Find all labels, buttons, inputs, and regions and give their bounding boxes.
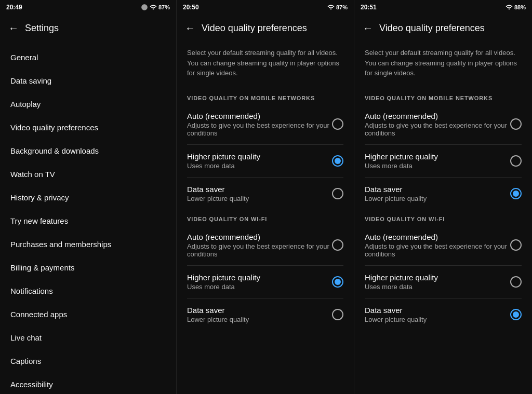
radio-inner-right-0-2 [513, 191, 519, 197]
status-bar-middle: 20:50 87% [177, 0, 354, 15]
sidebar-item-notifications[interactable]: Notifications [0, 279, 176, 303]
status-bar-left: 20:49 87% [0, 0, 176, 15]
status-time-left: 20:49 [6, 4, 22, 11]
vq-content-right: Select your default streaming quality fo… [354, 42, 532, 394]
vq-header-right: ← Video quality preferences [354, 15, 532, 42]
sidebar-item-accessibility[interactable]: Accessibility [0, 373, 176, 394]
radio-middle-0-2[interactable] [332, 188, 343, 199]
vq-option-right-1-2[interactable]: Data saverLower picture quality [365, 301, 522, 329]
vq-option-right-1-1[interactable]: Higher picture qualityUses more data [365, 268, 522, 296]
vq-label-middle-0-0: Auto (recommended) [187, 112, 332, 120]
radio-right-1-2[interactable] [510, 309, 522, 320]
radio-inner-middle-0-1 [335, 158, 341, 164]
settings-nav-list: GeneralData savingAutoplayVideo quality … [0, 42, 176, 394]
battery-left: 87% [158, 4, 170, 10]
vq-content-middle: Select your default streaming quality fo… [177, 42, 354, 394]
notification-icon [141, 4, 148, 11]
sidebar-item-purchases-and-memberships[interactable]: Purchases and memberships [0, 233, 176, 256]
vq-label-right-1-1: Higher picture quality [365, 273, 510, 282]
vq-label-right-0-1: Higher picture quality [365, 152, 510, 161]
section-title-right-1: VIDEO QUALITY ON WI-FI [365, 208, 522, 227]
sidebar-item-connected-apps[interactable]: Connected apps [0, 303, 176, 326]
vq-option-middle-1-2[interactable]: Data saverLower picture quality [187, 301, 343, 329]
sidebar-item-try-new-features[interactable]: Try new features [0, 209, 176, 233]
battery-right: 88% [514, 4, 526, 10]
divider [365, 177, 522, 178]
vq-option-middle-1-0[interactable]: Auto (recommended)Adjusts to give you th… [187, 227, 343, 263]
sidebar-item-video-quality-preferences[interactable]: Video quality preferences [0, 116, 176, 139]
sidebar-item-billing-and-payments[interactable]: Billing & payments [0, 256, 176, 279]
section-title-middle-0: VIDEO QUALITY ON MOBILE NETWORKS [187, 87, 343, 106]
sidebar-item-general[interactable]: General [0, 46, 176, 69]
sidebar-item-history-and-privacy[interactable]: History & privacy [0, 186, 176, 209]
settings-panel: 20:49 87% ← Settings GeneralData savingA… [0, 0, 177, 394]
settings-header: ← Settings [0, 15, 176, 42]
radio-middle-0-1[interactable] [332, 155, 343, 167]
back-button-left[interactable]: ← [8, 22, 19, 34]
vq-option-right-1-0[interactable]: Auto (recommended)Adjusts to give you th… [365, 227, 522, 263]
signal-icon [150, 4, 157, 11]
signal-icon-right [506, 4, 513, 11]
vq-label-right-1-2: Data saver [365, 306, 510, 315]
vq-option-middle-1-1[interactable]: Higher picture qualityUses more data [187, 268, 343, 296]
vq-label-middle-1-2: Data saver [187, 306, 332, 315]
section-title-right-0: VIDEO QUALITY ON MOBILE NETWORKS [365, 87, 522, 106]
status-bar-right: 20:51 88% [354, 0, 532, 15]
radio-middle-1-2[interactable] [332, 309, 343, 320]
status-icons-middle: 87% [327, 4, 348, 11]
vq-sub-middle-1-0: Adjusts to give you the best experience … [187, 242, 332, 258]
radio-middle-1-0[interactable] [332, 239, 343, 251]
vq-sub-middle-1-1: Uses more data [187, 283, 332, 291]
radio-right-0-0[interactable] [510, 118, 522, 130]
vq-header-middle: ← Video quality preferences [177, 15, 354, 42]
vq-option-middle-0-1[interactable]: Higher picture qualityUses more data [187, 147, 343, 175]
back-button-middle[interactable]: ← [185, 22, 195, 34]
vq-option-right-0-1[interactable]: Higher picture qualityUses more data [365, 147, 522, 175]
sidebar-item-watch-on-tv[interactable]: Watch on TV [0, 162, 176, 186]
battery-middle: 87% [336, 4, 348, 10]
sidebar-item-captions[interactable]: Captions [0, 349, 176, 373]
settings-title: Settings [25, 23, 59, 34]
sidebar-item-live-chat[interactable]: Live chat [0, 326, 176, 349]
status-time-middle: 20:50 [183, 4, 199, 11]
status-icons-left: 87% [141, 4, 170, 11]
sidebar-item-autoplay[interactable]: Autoplay [0, 92, 176, 116]
vq-sub-middle-1-2: Lower picture quality [187, 316, 332, 323]
radio-right-0-2[interactable] [510, 188, 522, 199]
back-button-right[interactable]: ← [363, 22, 373, 34]
radio-middle-1-1[interactable] [332, 276, 343, 288]
divider [187, 177, 343, 178]
vq-label-right-1-0: Auto (recommended) [365, 233, 510, 241]
status-time-right: 20:51 [361, 4, 377, 11]
vq-option-right-0-0[interactable]: Auto (recommended)Adjusts to give you th… [365, 106, 522, 142]
vq-sub-middle-0-0: Adjusts to give you the best experience … [187, 121, 332, 137]
radio-right-1-0[interactable] [510, 239, 522, 251]
vq-label-middle-0-2: Data saver [187, 185, 332, 194]
radio-inner-right-1-2 [513, 311, 519, 318]
vq-label-right-0-0: Auto (recommended) [365, 112, 510, 120]
vq-label-middle-0-1: Higher picture quality [187, 152, 332, 161]
divider [187, 298, 343, 298]
section-title-middle-1: VIDEO QUALITY ON WI-FI [187, 208, 343, 227]
vq-option-right-0-2[interactable]: Data saverLower picture quality [365, 180, 522, 208]
divider [365, 265, 522, 266]
radio-right-0-1[interactable] [510, 155, 522, 167]
vq-title-middle: Video quality preferences [202, 23, 307, 34]
vq-label-middle-1-1: Higher picture quality [187, 273, 332, 282]
vq-option-middle-0-0[interactable]: Auto (recommended)Adjusts to give you th… [187, 106, 343, 142]
divider [365, 144, 522, 145]
divider [187, 144, 343, 145]
vq-title-right: Video quality preferences [379, 23, 485, 34]
status-icons-right: 88% [506, 4, 526, 11]
vq-label-middle-1-0: Auto (recommended) [187, 233, 332, 241]
vq-sub-right-1-0: Adjusts to give you the best experience … [365, 242, 510, 258]
vq-sub-right-0-0: Adjusts to give you the best experience … [365, 121, 510, 137]
sidebar-item-background-and-downloads[interactable]: Background & downloads [0, 139, 176, 162]
vq-sub-middle-0-1: Uses more data [187, 162, 332, 170]
radio-right-1-1[interactable] [510, 276, 522, 288]
sidebar-item-data-saving[interactable]: Data saving [0, 69, 176, 92]
vq-panel-middle: 20:50 87% ← Video quality preferences Se… [177, 0, 354, 394]
vq-option-middle-0-2[interactable]: Data saverLower picture quality [187, 180, 343, 208]
vq-sub-right-0-1: Uses more data [365, 162, 510, 170]
radio-middle-0-0[interactable] [332, 118, 343, 130]
